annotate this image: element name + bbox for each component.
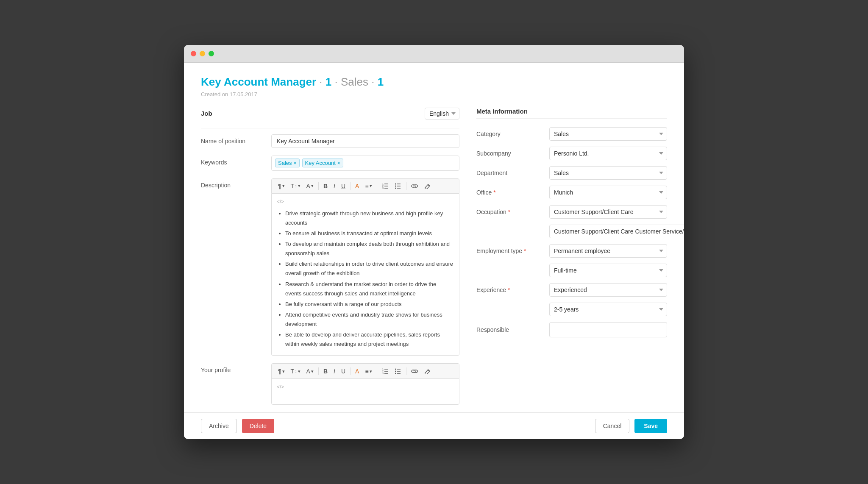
experience-sub-select[interactable]: 2-5 years (549, 303, 667, 316)
p2-color-btn[interactable]: A (353, 367, 361, 376)
occupation-select[interactable]: Customer Support/Client Care (549, 205, 667, 219)
category-select[interactable]: Sales (549, 127, 667, 141)
p2-text-size-btn[interactable]: T↕ (289, 367, 303, 376)
responsible-field[interactable] (549, 322, 667, 337)
eraser-btn[interactable] (422, 182, 433, 190)
sep6 (350, 367, 351, 375)
unordered-list-btn[interactable] (392, 182, 403, 190)
office-label: Office (476, 189, 544, 196)
bullet-3: To develop and maintain complex deals bo… (285, 239, 454, 258)
keywords-input[interactable] (346, 160, 456, 167)
p2-link-btn[interactable] (409, 367, 420, 375)
occupation-label: Occupation (476, 209, 544, 215)
p2-underline-btn[interactable]: U (339, 367, 348, 376)
experience-select[interactable]: Experienced (549, 283, 667, 297)
p2-paragraph-btn[interactable]: ¶ (276, 367, 287, 376)
count1: 1 (326, 75, 331, 88)
footer-right: Cancel Save (595, 419, 667, 433)
experience-row: Experience Experienced (476, 283, 667, 297)
cancel-button[interactable]: Cancel (595, 419, 630, 433)
align-btn[interactable]: ≡ (363, 181, 374, 191)
tag-key-account: Key Account × (302, 159, 343, 167)
your-profile-row: Your profile ¶ T↕ A B I U A ≡ (201, 363, 459, 405)
bullet-4: Build client relationships in order to d… (285, 259, 454, 278)
tag-key-account-remove[interactable]: × (337, 160, 340, 166)
font-btn[interactable]: A (304, 181, 316, 191)
code-view-btn[interactable]: </> (277, 199, 454, 205)
paragraph-btn[interactable]: ¶ (276, 181, 287, 191)
bullet-8: Be able to develop and deliver accurate … (285, 330, 454, 349)
tag-sales: Sales × (275, 159, 300, 167)
keywords-container[interactable]: Sales × Key Account × (271, 156, 459, 171)
your-profile-editor-area[interactable]: </> (272, 379, 459, 404)
language-select[interactable]: English (425, 108, 459, 120)
office-select[interactable]: Munich (549, 186, 667, 199)
color-btn[interactable]: A (353, 181, 361, 191)
keywords-label: Keywords (201, 156, 264, 166)
department-label: Department (476, 170, 544, 176)
svg-point-23 (395, 371, 396, 372)
experience-label: Experience (476, 287, 544, 293)
employment-type-label: Employment type (476, 248, 544, 254)
p2-unordered-list-btn[interactable] (392, 367, 403, 376)
link-btn[interactable] (409, 182, 420, 190)
svg-point-11 (395, 187, 396, 189)
bullet-2: To ensure all business is transacted at … (285, 229, 454, 238)
department-select[interactable]: Sales (549, 166, 667, 180)
sep7 (377, 367, 377, 375)
occupation-row: Occupation Customer Support/Client Care (476, 205, 667, 219)
bullet-5: Research & understand the market sector … (285, 280, 454, 298)
maximize-button[interactable] (209, 51, 214, 56)
bullet-1: Drive strategic growth through new busin… (285, 209, 454, 228)
employment-type-select[interactable]: Permanent employee (549, 244, 667, 258)
bold-btn[interactable]: B (321, 181, 330, 191)
p2-italic-btn[interactable]: I (331, 367, 337, 376)
archive-button[interactable]: Archive (201, 419, 237, 433)
count2: 1 (378, 75, 384, 88)
keywords-row: Keywords Sales × Key Account × (201, 156, 459, 171)
p2-eraser-btn[interactable] (422, 367, 433, 376)
p2-code-view-btn[interactable]: </> (277, 384, 454, 390)
description-label: Description (201, 178, 264, 189)
save-button[interactable]: Save (634, 419, 667, 433)
name-of-position-input[interactable]: Key Account Manager (271, 134, 459, 148)
main-grid: Job English Name of position Key Account… (201, 108, 667, 412)
sep4 (406, 182, 406, 190)
sep1 (318, 182, 319, 190)
delete-button[interactable]: Delete (242, 419, 274, 433)
description-editor-area[interactable]: </> Drive strategic growth through new b… (271, 194, 459, 356)
experience-sub-row: 2-5 years (476, 303, 667, 316)
minimize-button[interactable] (200, 51, 205, 56)
close-button[interactable] (191, 51, 196, 56)
subcompany-row: Subcompany Personio Ltd. (476, 147, 667, 160)
job-header-row: Job English (201, 108, 459, 120)
description-toolbar: ¶ T↕ A B I U A ≡ 123 (271, 178, 459, 194)
p2-bold-btn[interactable]: B (321, 367, 330, 376)
ordered-list-btn[interactable]: 123 (380, 182, 391, 190)
underline-btn[interactable]: U (339, 181, 348, 191)
svg-point-9 (395, 183, 396, 184)
subcompany-select[interactable]: Personio Ltd. (549, 147, 667, 160)
separator1: · (316, 75, 326, 88)
job-section-label: Job (201, 110, 212, 117)
separator2: · Sales · (331, 75, 377, 88)
office-row: Office Munich (476, 186, 667, 199)
sep8 (406, 367, 406, 375)
occupation-sub-row: Customer Support/Client Care Customer Se… (476, 225, 667, 238)
keywords-control: Sales × Key Account × (271, 156, 459, 171)
employment-type-row: Employment type Permanent employee (476, 244, 667, 258)
name-of-position-label: Name of position (201, 134, 264, 145)
text-size-btn[interactable]: T↕ (289, 181, 303, 191)
titlebar (184, 45, 684, 63)
italic-btn[interactable]: I (331, 181, 337, 191)
category-row: Category Sales (476, 127, 667, 141)
department-row: Department Sales (476, 166, 667, 180)
footer-left: Archive Delete (201, 419, 274, 433)
page-title: Key Account Manager · 1 · Sales · 1 (201, 75, 384, 88)
employment-type-sub-select[interactable]: Full-time (549, 264, 667, 277)
occupation-sub-select[interactable]: Customer Support/Client Care Customer Se… (549, 225, 684, 238)
tag-sales-remove[interactable]: × (294, 160, 297, 166)
p2-ordered-list-btn[interactable]: 123 (380, 367, 391, 376)
p2-align-btn[interactable]: ≡ (363, 367, 374, 376)
p2-font-btn[interactable]: A (304, 367, 316, 376)
